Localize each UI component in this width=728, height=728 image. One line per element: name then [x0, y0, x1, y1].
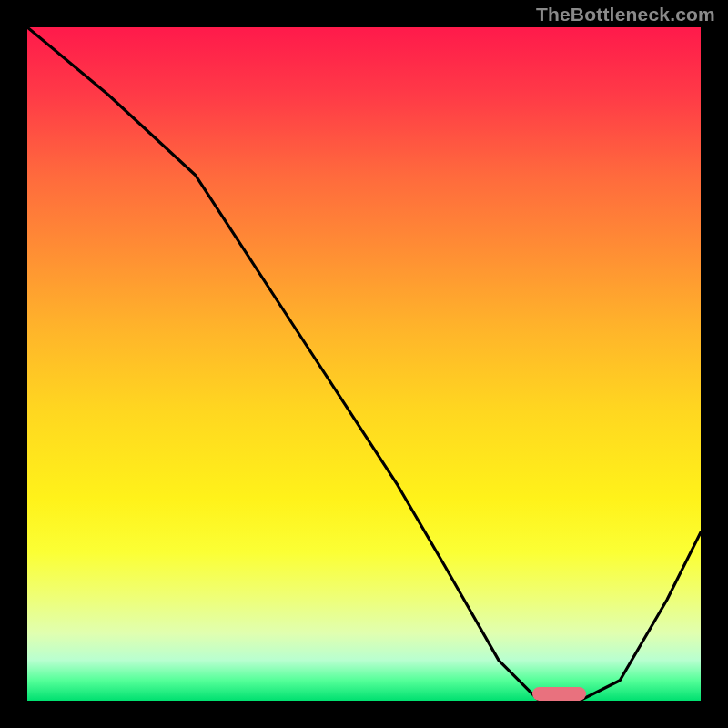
chart-frame: TheBottleneck.com [0, 0, 728, 728]
bottleneck-curve [27, 27, 701, 701]
watermark-text: TheBottleneck.com [536, 4, 715, 25]
curve-layer [27, 27, 701, 701]
plot-area [27, 27, 701, 701]
optimal-marker [532, 687, 586, 701]
